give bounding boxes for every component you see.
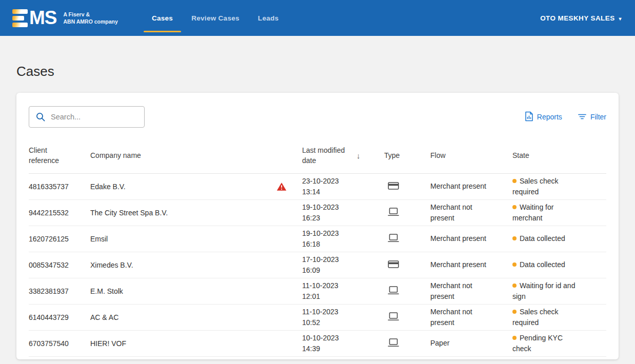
flow-cell: Merchant not present	[430, 280, 512, 301]
status-dot	[512, 262, 517, 267]
state-value: Pending KYC check	[512, 334, 563, 352]
ems-logo[interactable]: MS	[12, 9, 57, 27]
flow-cell: Merchant present	[430, 233, 512, 244]
page-title: Cases	[16, 64, 619, 79]
warning-icon	[276, 182, 287, 191]
type-cell	[384, 338, 430, 349]
state-cell: Sales check required	[512, 307, 606, 328]
table-row[interactable]: 6140443729 AC & AC 11-10-2023 10:52	[29, 305, 606, 331]
type-cell	[384, 181, 430, 192]
flow-cell: Merchant present	[430, 181, 512, 191]
flow-cell: Paper	[430, 338, 512, 348]
flow-cell: Merchant not present	[430, 307, 512, 328]
company-name-cell: HIER! VOF	[90, 339, 302, 348]
nav-tab-review-cases[interactable]: Review Cases	[182, 0, 249, 36]
app-header: MS A Fiserv & ABN AMRO company Cases Rev…	[0, 0, 635, 36]
cases-toolbar: Reports Filter	[29, 106, 606, 128]
modified-date: 10-10-2023	[302, 333, 384, 343]
chevron-down-icon: ▾	[619, 16, 622, 22]
filter-button[interactable]: Filter	[578, 113, 606, 122]
modified-date: 11-10-2023	[302, 307, 384, 317]
toolbar-actions: Reports Filter	[525, 111, 606, 123]
filter-label: Filter	[590, 113, 606, 121]
state-cell: Data collected	[512, 259, 606, 270]
reports-button[interactable]: Reports	[525, 111, 562, 123]
last-modified-cell: 11-10-2023 10:52	[302, 307, 384, 328]
search-input[interactable]	[29, 106, 145, 128]
pos-terminal-icon	[387, 181, 400, 192]
last-modified-cell: 17-10-2023 16:09	[302, 254, 384, 275]
flow-value: Paper	[430, 338, 449, 348]
user-account-label: OTO MESKHY SALES	[540, 14, 614, 22]
company-name-cell: Edake B.V.	[90, 182, 302, 191]
table-row[interactable]: 0085347532 Ximedes B.V. 17-10-2023 16:09	[29, 252, 606, 278]
column-header-state: State	[512, 151, 606, 159]
state-value: Data collected	[520, 260, 565, 269]
nav-tab-leads[interactable]: Leads	[249, 0, 288, 36]
company-name: The City Street Spa B.V.	[90, 209, 168, 217]
nav-tab-cases[interactable]: Cases	[143, 0, 182, 36]
last-modified-cell: 19-10-2023 16:18	[302, 228, 384, 249]
flow-value: Merchant not present	[430, 307, 488, 328]
last-modified-cell: 11-10-2023 12:01	[302, 280, 384, 301]
sort-descending-icon[interactable]: ↓	[356, 151, 361, 160]
modified-time: 16:18	[302, 239, 384, 249]
client-reference-cell: 1620726125	[29, 235, 90, 243]
state-value-wrap: Data collected	[512, 233, 565, 244]
table-row[interactable]: 6703757540 HIER! VOF 10-10-2023 14:39	[29, 331, 606, 357]
table-row[interactable]: 4816335737 Edake B.V. 23-10-2023 13:14	[29, 174, 606, 200]
laptop-icon	[387, 312, 400, 323]
last-modified-date-label: Last modified date	[302, 145, 350, 166]
status-dot	[512, 236, 517, 240]
status-dot	[512, 179, 517, 183]
table-row[interactable]: 3382381937 E.M. Stolk 11-10-2023 12:01	[29, 278, 606, 305]
modified-time: 13:14	[302, 187, 384, 197]
laptop-icon	[387, 233, 400, 245]
table-row[interactable]: 9442215532 The City Street Spa B.V. 19-1…	[29, 200, 606, 226]
state-value-wrap: Sales check required	[512, 307, 582, 328]
client-reference-cell: 4816335737	[29, 183, 90, 191]
laptop-icon	[387, 286, 400, 297]
modified-time: 14:39	[302, 343, 384, 354]
type-cell	[384, 207, 430, 218]
last-modified-cell: 23-10-2023 13:14	[302, 176, 384, 197]
flow-value: Merchant not present	[430, 280, 488, 301]
company-name: HIER! VOF	[90, 339, 126, 348]
column-header-type: Type	[384, 151, 430, 159]
state-cell: Sales check required	[512, 176, 606, 197]
state-cell: Waiting for merchant	[512, 202, 606, 223]
modified-date: 23-10-2023	[302, 176, 384, 186]
modified-date: 11-10-2023	[302, 280, 384, 291]
user-account-menu[interactable]: OTO MESKHY SALES ▾	[540, 14, 622, 22]
type-cell	[384, 259, 430, 271]
client-reference-cell: 9442215532	[29, 209, 90, 217]
modified-date: 19-10-2023	[302, 228, 384, 238]
reports-label: Reports	[537, 113, 562, 121]
modified-time: 16:23	[302, 213, 384, 223]
column-header-client-reference: Client reference	[29, 145, 67, 166]
modified-time: 10:52	[302, 317, 384, 328]
column-header-last-modified-date[interactable]: Last modified date ↓	[302, 145, 384, 166]
flow-value: Merchant present	[430, 233, 486, 244]
state-value-wrap: Waiting for merchant	[512, 202, 582, 223]
type-cell	[384, 233, 430, 245]
state-cell: Data collected	[512, 233, 606, 244]
column-header-flow: Flow	[430, 151, 512, 159]
company-name: Emsil	[90, 235, 108, 243]
column-header-company-name: Company name	[90, 151, 302, 159]
type-cell	[384, 312, 430, 323]
laptop-icon	[387, 207, 400, 218]
client-reference-cell: 3382381937	[29, 287, 90, 295]
modified-date: 17-10-2023	[302, 254, 384, 265]
main-nav: Cases Review Cases Leads	[143, 0, 288, 36]
laptop-icon	[387, 338, 400, 349]
tagline-line-1: A Fiserv &	[64, 11, 118, 18]
tagline-line-2: ABN AMRO company	[64, 18, 118, 25]
last-modified-cell: 10-10-2023 14:39	[302, 333, 384, 354]
cases-card: Reports Filter Client reference Company …	[16, 93, 619, 359]
table-row[interactable]: 1620726125 Emsil 19-10-2023 16:18	[29, 226, 606, 252]
state-value: Sales check required	[512, 177, 558, 195]
nav-tab-review-cases-label: Review Cases	[191, 14, 240, 22]
flow-value: Merchant present	[430, 259, 486, 270]
search-icon	[35, 112, 46, 122]
